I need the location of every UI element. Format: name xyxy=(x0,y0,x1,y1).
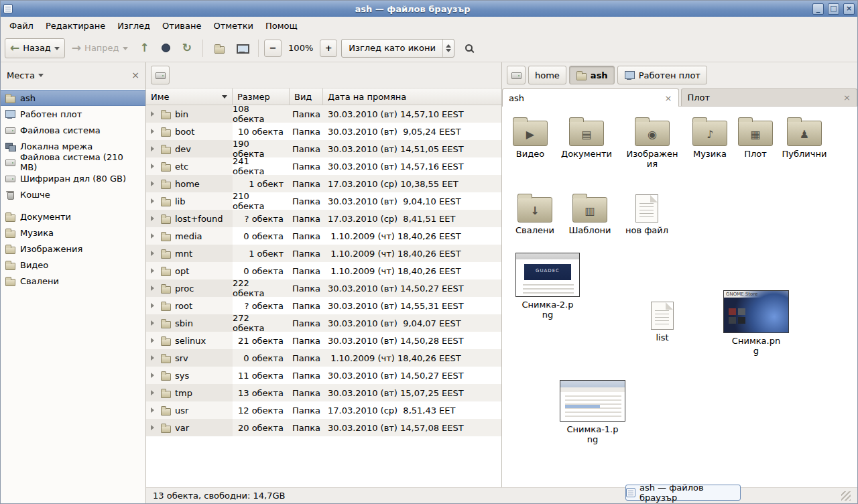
tab-ash[interactable]: ash × xyxy=(502,88,679,107)
maximize-button[interactable]: □ xyxy=(828,3,839,15)
stop-button[interactable] xyxy=(156,38,176,58)
expander-icon[interactable] xyxy=(151,146,157,151)
tab-close-icon[interactable]: × xyxy=(843,93,851,102)
expander-icon[interactable] xyxy=(151,164,157,169)
zoom-in-button[interactable]: + xyxy=(320,40,337,57)
expander-icon[interactable] xyxy=(151,233,157,239)
expander-icon[interactable] xyxy=(151,373,157,378)
icon-item-desktop[interactable]: Плот xyxy=(727,116,784,160)
tab-close-icon[interactable]: × xyxy=(665,94,672,103)
sidebar-bookmark-item[interactable]: Изображения xyxy=(1,241,145,257)
icon-item-video[interactable]: Видео xyxy=(502,116,558,160)
view-mode-select[interactable]: Изглед като икони xyxy=(341,39,454,58)
computer-button[interactable] xyxy=(231,38,253,58)
column-header-size[interactable]: Размер xyxy=(233,88,290,105)
sidebar-item[interactable]: Шифриран дял (80 GB) xyxy=(1,170,145,186)
reload-button[interactable]: ↻ xyxy=(177,38,197,58)
file-row[interactable]: boot 10 обекта Папка 30.03.2010 (вт) 9,0… xyxy=(146,123,501,140)
file-row[interactable]: etc 241 обекта Папка 30.03.2010 (вт) 14,… xyxy=(146,158,501,175)
file-row[interactable]: root ? обекта Папка 30.03.2010 (вт) 14,5… xyxy=(146,297,501,314)
expander-icon[interactable] xyxy=(151,390,157,395)
view-mode-spin[interactable] xyxy=(442,40,454,57)
menu-item[interactable]: Отиване xyxy=(156,18,207,34)
sidebar-bookmark-item[interactable]: Видео xyxy=(1,257,145,273)
expander-icon[interactable] xyxy=(151,338,157,343)
menu-item[interactable]: Редактиране xyxy=(40,18,111,34)
sidebar-item[interactable]: ash xyxy=(1,90,145,106)
file-row[interactable]: proc 222 обекта Папка 30.03.2010 (вт) 14… xyxy=(146,279,501,297)
breadcrumb-desktop[interactable]: Работен плот xyxy=(617,66,707,84)
close-button[interactable]: × xyxy=(843,3,855,15)
breadcrumb-home[interactable]: home xyxy=(528,66,566,84)
expander-icon[interactable] xyxy=(151,320,157,326)
sidebar-item[interactable]: Файлова система (210 MB) xyxy=(1,154,145,170)
expander-icon[interactable] xyxy=(151,407,157,413)
file-row[interactable]: sys 11 обекта Папка 30.03.2010 (вт) 14,5… xyxy=(146,367,501,384)
icon-item-snimka[interactable]: GNOME Store Снимка.png xyxy=(721,290,791,357)
expander-icon[interactable] xyxy=(151,129,157,134)
expander-icon[interactable] xyxy=(151,425,157,430)
resize-grip[interactable] xyxy=(841,491,851,501)
minimize-button[interactable]: _ xyxy=(812,3,824,15)
file-row[interactable]: usr 12 обекта Папка 17.03.2010 (ср) 8,51… xyxy=(146,401,501,419)
sidebar-item[interactable]: Кошче xyxy=(1,186,145,202)
root-location-button[interactable] xyxy=(151,66,170,84)
file-row[interactable]: selinux 21 обекта Папка 30.03.2010 (вт) … xyxy=(146,332,501,349)
icon-item-images[interactable]: Изображения xyxy=(624,116,680,170)
forward-button[interactable]: → Напред xyxy=(66,38,133,58)
up-button[interactable]: ↑ xyxy=(135,38,155,58)
sidebar-item[interactable]: Работен плот xyxy=(1,106,145,122)
icon-item-snimka1[interactable]: Снимка-1.png xyxy=(558,380,627,445)
expander-icon[interactable] xyxy=(151,268,157,273)
expander-icon[interactable] xyxy=(151,251,157,256)
menu-item[interactable]: Помощ xyxy=(259,18,304,34)
file-row[interactable]: tmp 13 обекта Папка 30.03.2010 (вт) 15,0… xyxy=(146,384,501,401)
expander-icon[interactable] xyxy=(151,303,157,308)
file-row[interactable]: media 0 обекта Папка 1.10.2009 (чт) 18,4… xyxy=(146,227,501,245)
sidebar-bookmark-item[interactable]: Музика xyxy=(1,225,145,241)
expander-icon[interactable] xyxy=(151,181,157,186)
icon-item-templates[interactable]: Шаблони xyxy=(562,192,618,236)
icon-item-new-file[interactable]: нов файл xyxy=(619,192,675,236)
sidebar-item[interactable]: Файлова система xyxy=(1,122,145,138)
sidebar-bookmark-item[interactable]: Свалени xyxy=(1,273,145,289)
file-row[interactable]: bin 108 обекта Папка 30.03.2010 (вт) 14,… xyxy=(146,105,501,123)
home-button[interactable] xyxy=(208,38,230,58)
menu-item[interactable]: Отметки xyxy=(207,18,259,34)
icon-item-list[interactable]: list xyxy=(634,300,690,343)
menu-item[interactable]: Файл xyxy=(3,18,40,34)
back-button[interactable]: ← Назад xyxy=(5,38,65,58)
places-close-button[interactable]: × xyxy=(131,70,139,80)
file-row[interactable]: var 20 обекта Папка 30.03.2010 (вт) 14,5… xyxy=(146,419,501,436)
file-row[interactable]: opt 0 обекта Папка 1.10.2009 (чт) 18,40,… xyxy=(146,262,501,279)
icon-item-public[interactable]: Публични xyxy=(776,116,833,160)
file-row[interactable]: lost+found ? обекта Папка 17.03.2010 (ср… xyxy=(146,210,501,227)
breadcrumb-ash[interactable]: ash xyxy=(569,66,615,84)
expander-icon[interactable] xyxy=(151,198,157,204)
icon-item-downloads[interactable]: Свалени xyxy=(507,192,563,236)
root-location-button[interactable] xyxy=(507,66,526,84)
places-title[interactable]: Места xyxy=(7,70,35,80)
expander-icon[interactable] xyxy=(151,216,157,221)
expander-icon[interactable] xyxy=(151,286,157,291)
icon-item-snimka2[interactable]: GUADEC Снимка-2.png xyxy=(513,253,583,320)
column-header-date[interactable]: Дата на промяна xyxy=(323,88,501,105)
file-row[interactable]: lib 210 обекта Папка 30.03.2010 (вт) 9,0… xyxy=(146,192,501,210)
search-button[interactable] xyxy=(460,38,478,58)
menu-item[interactable]: Изглед xyxy=(111,18,156,34)
icon-item-documents[interactable]: Документи xyxy=(558,116,615,160)
file-row[interactable]: home 1 обект Папка 17.03.2010 (ср) 10,38… xyxy=(146,175,501,192)
file-row[interactable]: sbin 272 обекта Папка 30.03.2010 (вт) 9,… xyxy=(146,314,501,332)
back-history-caret-icon[interactable] xyxy=(54,47,60,53)
tab-plot[interactable]: Плот × xyxy=(681,88,858,106)
file-row[interactable]: dev 190 обекта Папка 30.03.2010 (вт) 14,… xyxy=(146,140,501,158)
column-header-name[interactable]: Име xyxy=(146,88,233,105)
file-row[interactable]: srv 0 обекта Папка 1.10.2009 (чт) 18,40,… xyxy=(146,349,501,367)
taskbar-window-button[interactable]: ash — файлов браузър xyxy=(625,485,741,501)
expander-icon[interactable] xyxy=(151,111,157,117)
sidebar-bookmark-item[interactable]: Документи xyxy=(1,208,145,225)
expander-icon[interactable] xyxy=(151,355,157,361)
column-header-type[interactable]: Вид xyxy=(290,88,323,105)
file-row[interactable]: mnt 1 обект Папка 1.10.2009 (чт) 18,40,2… xyxy=(146,245,501,262)
zoom-out-button[interactable]: − xyxy=(264,40,282,57)
